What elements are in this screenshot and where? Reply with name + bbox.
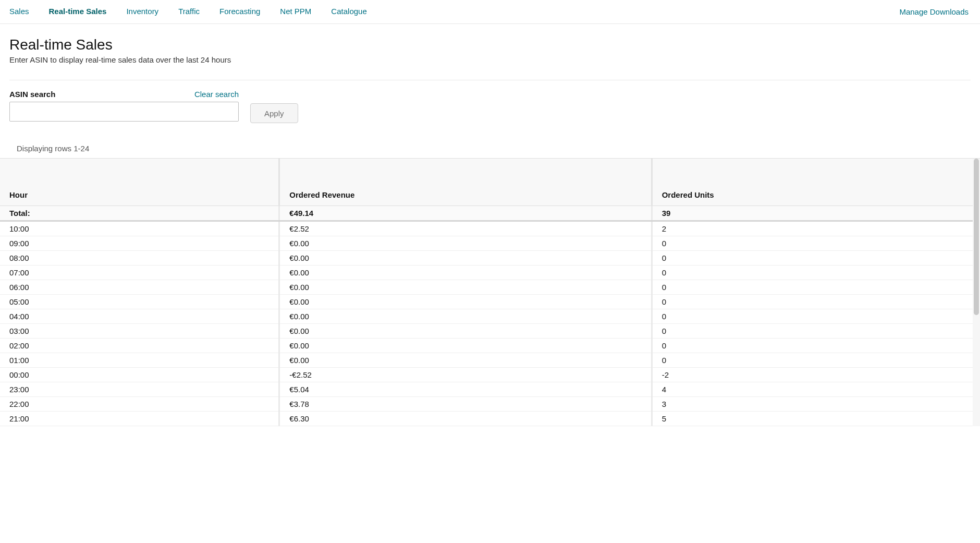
cell-revenue: €0.00 [279,265,652,280]
cell-hour: 05:00 [0,294,279,309]
cell-units: 0 [652,338,980,353]
cell-units: 0 [652,353,980,367]
cell-revenue: -€2.52 [279,367,652,382]
nav-tab-forecasting[interactable]: Forecasting [219,0,270,24]
cell-hour: 08:00 [0,250,279,265]
table-total-row: Total: €49.14 39 [0,206,980,221]
table-row: 06:00€0.000 [0,280,980,294]
cell-units: 0 [652,280,980,294]
table-row: 02:00€0.000 [0,338,980,353]
table-row: 21:00€6.305 [0,411,980,426]
nav-tab-catalogue[interactable]: Catalogue [331,0,376,24]
cell-units: 0 [652,250,980,265]
cell-revenue: €0.00 [279,309,652,323]
cell-revenue: €3.78 [279,396,652,411]
total-revenue: €49.14 [279,206,652,221]
cell-revenue: €5.04 [279,382,652,396]
cell-hour: 07:00 [0,265,279,280]
divider [9,80,971,80]
cell-units: 2 [652,221,980,236]
cell-revenue: €0.00 [279,236,652,250]
nav-tab-real-time-sales[interactable]: Real-time Sales [49,0,116,24]
cell-revenue: €0.00 [279,250,652,265]
cell-revenue: €0.00 [279,280,652,294]
asin-search-label: ASIN search [9,90,55,99]
cell-units: 3 [652,396,980,411]
cell-hour: 04:00 [0,309,279,323]
cell-revenue: €0.00 [279,353,652,367]
total-label: Total: [0,206,279,221]
cell-units: 0 [652,323,980,338]
table-row: 01:00€0.000 [0,353,980,367]
cell-hour: 00:00 [0,367,279,382]
cell-units: 0 [652,309,980,323]
nav-tab-net-ppm[interactable]: Net PPM [280,0,321,24]
table-row: 10:00€2.522 [0,221,980,236]
table-row: 09:00€0.000 [0,236,980,250]
page-title: Real-time Sales [9,37,971,53]
table-wrapper: Hour Ordered Revenue Ordered Units Total… [0,158,980,426]
cell-units: 0 [652,294,980,309]
cell-revenue: €0.00 [279,323,652,338]
cell-hour: 09:00 [0,236,279,250]
cell-revenue: €2.52 [279,221,652,236]
cell-units: 0 [652,265,980,280]
nav-tabs: SalesReal-time SalesInventoryTrafficFore… [0,0,980,24]
table-row: 00:00-€2.52-2 [0,367,980,382]
total-units: 39 [652,206,980,221]
cell-units: 4 [652,382,980,396]
cell-units: 5 [652,411,980,426]
table-row: 07:00€0.000 [0,265,980,280]
nav-tab-inventory[interactable]: Inventory [126,0,168,24]
table-header-row: Hour Ordered Revenue Ordered Units [0,159,980,206]
manage-downloads-link[interactable]: Manage Downloads [899,7,971,16]
cell-hour: 10:00 [0,221,279,236]
cell-hour: 06:00 [0,280,279,294]
table-row: 23:00€5.044 [0,382,980,396]
header-units[interactable]: Ordered Units [652,159,980,206]
cell-revenue: €0.00 [279,294,652,309]
nav-tab-sales[interactable]: Sales [9,0,39,24]
scrollbar-vertical[interactable] [973,159,980,426]
cell-hour: 21:00 [0,411,279,426]
cell-hour: 03:00 [0,323,279,338]
apply-button[interactable]: Apply [250,103,298,123]
cell-hour: 22:00 [0,396,279,411]
nav-tab-traffic[interactable]: Traffic [178,0,209,24]
page-subtitle: Enter ASIN to display real-time sales da… [9,55,971,64]
table-row: 08:00€0.000 [0,250,980,265]
table-row: 05:00€0.000 [0,294,980,309]
header-hour[interactable]: Hour [0,159,279,206]
table-row: 03:00€0.000 [0,323,980,338]
clear-search-link[interactable]: Clear search [194,90,239,99]
table-row: 22:00€3.783 [0,396,980,411]
search-section: ASIN search Clear search Apply [9,90,971,123]
scrollbar-thumb[interactable] [974,159,979,315]
cell-revenue: €6.30 [279,411,652,426]
table-row: 04:00€0.000 [0,309,980,323]
cell-hour: 01:00 [0,353,279,367]
cell-revenue: €0.00 [279,338,652,353]
sales-data-table: Hour Ordered Revenue Ordered Units Total… [0,159,980,426]
header-revenue[interactable]: Ordered Revenue [279,159,652,206]
cell-hour: 02:00 [0,338,279,353]
asin-search-input[interactable] [9,102,239,122]
asin-search-group: ASIN search Clear search [9,90,239,122]
rows-display-info: Displaying rows 1-24 [17,144,971,153]
cell-units: 0 [652,236,980,250]
cell-hour: 23:00 [0,382,279,396]
cell-units: -2 [652,367,980,382]
